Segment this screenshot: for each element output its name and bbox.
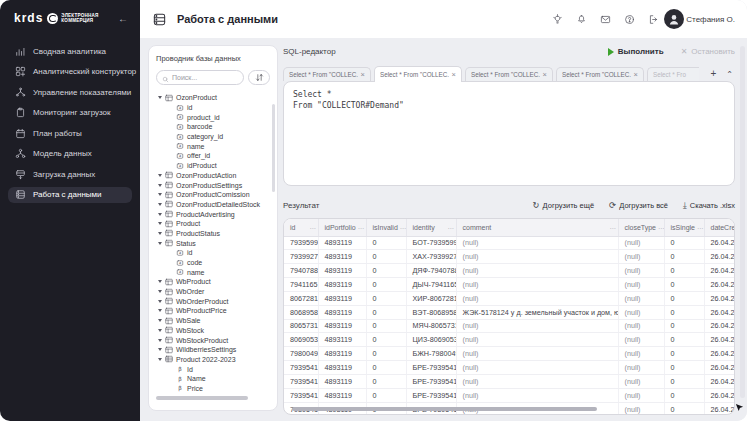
load-more-button[interactable]: ↻ Догрузить ещё <box>532 201 594 210</box>
caret-down-icon[interactable] <box>158 222 162 225</box>
logout-icon[interactable] <box>648 14 659 25</box>
tree-item[interactable]: βId <box>156 364 270 374</box>
caret-down-icon[interactable] <box>158 193 162 196</box>
help-icon[interactable] <box>624 14 635 25</box>
avatar[interactable] <box>664 9 684 29</box>
sql-tab[interactable]: Select * From "COLLEC...× <box>283 67 371 81</box>
tree-item[interactable]: abarcode <box>156 122 270 132</box>
tree-item[interactable]: aproduct_id <box>156 112 270 122</box>
tree-item[interactable]: WbProductPrice <box>156 306 270 316</box>
close-tab-icon[interactable]: × <box>543 70 547 79</box>
sort-button[interactable] <box>248 70 270 85</box>
caret-down-icon[interactable] <box>158 242 162 245</box>
column-header-id[interactable]: id⋯ <box>284 219 318 236</box>
tree-item[interactable]: acode <box>156 258 270 268</box>
column-header-idPortfolio[interactable]: idPortfolio⋯ <box>318 219 366 236</box>
sql-editor[interactable]: Select * From "COLLECTOR#Demand" <box>283 81 735 186</box>
caret-down-icon[interactable] <box>158 309 162 312</box>
column-menu-icon[interactable]: ⋯ <box>608 224 615 231</box>
add-tab-icon[interactable]: + <box>710 69 716 79</box>
content-vertical-scrollbar[interactable] <box>740 46 745 398</box>
caret-down-icon[interactable] <box>158 348 162 351</box>
sidebar-item-analytics[interactable]: Сводная аналитика <box>8 43 132 59</box>
sidebar-item-indicators[interactable]: Управление показателями <box>8 84 132 100</box>
tree-item[interactable]: βPrice <box>156 384 270 394</box>
run-button[interactable]: Выполнить <box>608 47 664 56</box>
sidebar-item-database[interactable]: Работа с данными <box>8 187 132 203</box>
caret-down-icon[interactable] <box>158 96 162 99</box>
idea-icon[interactable] <box>552 14 563 25</box>
column-menu-icon[interactable]: ⋯ <box>308 224 315 231</box>
tree-item[interactable]: ProductAdvertising <box>156 209 270 219</box>
caret-down-icon[interactable] <box>158 280 162 283</box>
column-menu-icon[interactable]: ⋯ <box>446 224 453 231</box>
tree-item[interactable]: WbSale <box>156 316 270 326</box>
caret-down-icon[interactable] <box>158 174 162 177</box>
column-menu-icon[interactable]: ⋯ <box>398 224 405 231</box>
sql-tab[interactable]: Select * From "COLLEC...× <box>556 67 644 81</box>
notifications-icon[interactable] <box>576 14 587 25</box>
caret-down-icon[interactable] <box>158 232 162 235</box>
sidebar-item-plan[interactable]: План работы <box>8 125 132 141</box>
caret-down-icon[interactable] <box>158 319 162 322</box>
column-header-identity[interactable]: identity⋯ <box>406 219 456 236</box>
tree-item[interactable]: aname <box>156 141 270 151</box>
tree-item[interactable]: acategory_id <box>156 132 270 142</box>
tree-item[interactable]: OzonProductSettings <box>156 180 270 190</box>
caret-down-icon[interactable] <box>158 203 162 206</box>
tree-item[interactable]: aid <box>156 248 270 258</box>
tree-item[interactable]: OzonProductComission <box>156 190 270 200</box>
tree-item[interactable]: WbStock <box>156 326 270 336</box>
tree-item[interactable]: WbOrderProduct <box>156 296 270 306</box>
column-header-isInvalid[interactable]: isInvalid⋯ <box>366 219 406 236</box>
tree-item[interactable]: Product <box>156 219 270 229</box>
sidebar-collapse-icon[interactable]: ← <box>118 13 128 24</box>
tree-item[interactable]: WbStockProduct <box>156 335 270 345</box>
caret-down-icon[interactable] <box>158 290 162 293</box>
explorer-vertical-scrollbar[interactable] <box>272 104 275 192</box>
sidebar-item-constructor[interactable]: Аналитический конструктор <box>8 64 132 80</box>
tree-item[interactable]: WildberriesSettings <box>156 345 270 355</box>
tree-item[interactable]: aoffer_id <box>156 151 270 161</box>
table-horizontal-scrollbar[interactable] <box>292 407 597 411</box>
close-tab-icon[interactable]: × <box>634 70 638 79</box>
caret-down-icon[interactable] <box>158 213 162 216</box>
caret-down-icon[interactable] <box>158 339 162 342</box>
tree-item[interactable]: ProductStatus <box>156 229 270 239</box>
stop-button[interactable]: ✕ Остановить <box>681 47 735 56</box>
load-all-button[interactable]: ⟳ Догрузить всё <box>609 201 668 210</box>
tree-item[interactable]: WbOrder <box>156 287 270 297</box>
close-tab-icon[interactable]: × <box>452 70 456 79</box>
sidebar-item-monitoring[interactable]: Мониторинг загрузок <box>8 105 132 121</box>
tree-item[interactable]: Status <box>156 238 270 248</box>
tree-item[interactable]: OzonProductAction <box>156 171 270 181</box>
sidebar-item-upload[interactable]: Загрузка данных <box>8 166 132 182</box>
tree-item[interactable]: WbProduct <box>156 277 270 287</box>
caret-down-icon[interactable] <box>158 300 162 303</box>
tree-item[interactable]: Product 2022-2023 <box>156 355 270 365</box>
sidebar-item-model[interactable]: Модель данных <box>8 146 132 162</box>
tree-item[interactable]: OzonProduct <box>156 93 270 103</box>
tree-item[interactable]: aid <box>156 103 270 113</box>
tree-item[interactable]: aidProduct <box>156 161 270 171</box>
column-menu-icon[interactable]: ⋯ <box>656 224 663 231</box>
mail-icon[interactable] <box>600 14 611 25</box>
caret-down-icon[interactable] <box>158 358 162 361</box>
caret-down-icon[interactable] <box>158 329 162 332</box>
column-header-closeType[interactable]: closeType⋯ <box>618 219 664 236</box>
column-header-isSingle[interactable]: isSingle⋯ <box>664 219 704 236</box>
caret-down-icon[interactable] <box>158 184 162 187</box>
tree-item[interactable]: aname <box>156 267 270 277</box>
search-input[interactable]: Поиск... <box>156 70 244 85</box>
column-header-dateCre[interactable]: dateCre⋯ <box>704 219 735 236</box>
tree-item[interactable]: βName <box>156 374 270 384</box>
sql-tab[interactable]: Select * From "COLLEC...× <box>374 66 462 82</box>
sql-tab[interactable]: Select * From "COLLEC...× <box>465 67 553 81</box>
sql-tab[interactable]: Select * Fro <box>647 67 699 81</box>
tree-item[interactable]: OzonProductDetailedStock <box>156 200 270 210</box>
close-tab-icon[interactable]: × <box>361 70 365 79</box>
explorer-horizontal-scrollbar[interactable] <box>156 396 248 400</box>
column-menu-icon[interactable]: ⋯ <box>356 224 363 231</box>
download-xlsx-button[interactable]: ⤓ Скачать .xlsx <box>683 201 735 210</box>
column-menu-icon[interactable]: ⋯ <box>695 224 702 231</box>
